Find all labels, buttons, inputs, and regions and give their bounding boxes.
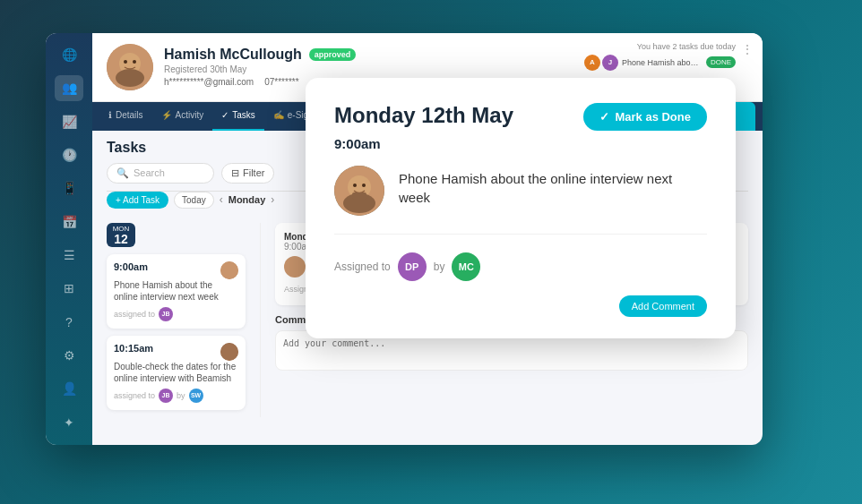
sidebar-icon-help[interactable]: ? xyxy=(55,309,83,335)
svg-point-5 xyxy=(220,261,238,279)
sidebar-icon-sparkle[interactable]: ✦ xyxy=(55,409,83,435)
search-placeholder: Search xyxy=(134,167,165,178)
day-number-box: MON 12 xyxy=(107,223,135,247)
task-1-time: 9:00am xyxy=(114,261,148,272)
sidebar-icon-globe[interactable]: 🌐 xyxy=(55,42,83,68)
calendar-title: Monday xyxy=(228,194,266,205)
tasks-icon: ✓ xyxy=(221,110,228,120)
task-1-assigned: assigned to JB xyxy=(114,307,238,321)
notification-text: You have 2 tasks due today xyxy=(584,42,736,51)
task-card-1-header: 9:00am xyxy=(114,261,238,279)
esign-icon: ✍ xyxy=(273,110,284,120)
svg-point-11 xyxy=(362,184,366,187)
add-comment-button[interactable]: Add Comment xyxy=(619,295,707,317)
sidebar-icon-users[interactable]: 👥 xyxy=(55,75,83,101)
task-2-title: Double-check the dates for the online in… xyxy=(114,361,238,384)
sidebar-icon-calendar[interactable]: 📅 xyxy=(55,209,83,235)
add-task-button[interactable]: + Add Task xyxy=(107,192,168,209)
task-card-2-header: 10:15am xyxy=(114,343,238,361)
sidebar-icon-clock[interactable]: 🕐 xyxy=(55,141,83,167)
overlay-assignee-avatar: DP xyxy=(398,252,427,281)
task-1-title: Phone Hamish about the online interview … xyxy=(114,279,238,303)
done-badge: DONE xyxy=(706,56,736,68)
sidebar-icon-settings[interactable]: ⚙ xyxy=(55,342,83,368)
task-detail-overlay: Monday 12th May ✓ Mark as Done 9:00am P xyxy=(306,78,736,338)
second-task-avatar xyxy=(284,256,306,278)
svg-point-3 xyxy=(124,60,127,64)
sidebar-icon-list[interactable]: ☰ xyxy=(55,242,83,268)
avatar-face xyxy=(107,44,153,90)
svg-point-10 xyxy=(353,184,357,187)
search-box[interactable]: 🔍 Search xyxy=(107,163,214,184)
overlay-task-text: Phone Hamish about the online interview … xyxy=(399,166,707,207)
prev-nav-button[interactable]: ‹ xyxy=(220,193,223,206)
assigned-label: Assigned to xyxy=(334,261,391,273)
overlay-avatar xyxy=(334,166,384,216)
profile-email: h**********@gmail.com xyxy=(164,77,254,87)
profile-avatar xyxy=(107,44,153,90)
details-icon: ℹ xyxy=(108,110,112,120)
next-nav-button[interactable]: › xyxy=(271,193,274,206)
overlay-task-info: Phone Hamish about the online interview … xyxy=(334,166,707,216)
filter-button[interactable]: ⊟ Filter xyxy=(221,163,274,184)
task-2-time: 10:15am xyxy=(114,343,153,354)
checkmark-icon: ✓ xyxy=(599,110,609,124)
day-header: MON 12 xyxy=(107,223,246,247)
notif-description: Phone Hamish about the online interview.… xyxy=(622,58,703,67)
sidebar-icon-person[interactable]: 👤 xyxy=(55,376,83,402)
task-2-assignee: JB xyxy=(159,389,173,403)
filter-icon: ⊟ xyxy=(231,167,239,179)
by-label: by xyxy=(434,261,445,273)
overlay-time: 9:00am xyxy=(334,136,707,151)
notif-av-2: J xyxy=(602,55,618,71)
overlay-assigned: Assigned to DP by MC xyxy=(334,249,707,281)
more-menu-icon[interactable]: ⋮ xyxy=(741,42,754,56)
notif-av-1: A xyxy=(584,55,600,71)
day-column: MON 12 9:00am Ph xyxy=(107,223,246,417)
overlay-by-avatar: MC xyxy=(452,252,480,281)
sidebar: 🌐 👥 📈 🕐 📱 📅 ☰ ⊞ ? ⚙ 👤 ✦ xyxy=(46,33,92,445)
activity-icon: ⚡ xyxy=(161,110,172,120)
approved-badge: approved xyxy=(309,48,357,61)
today-button[interactable]: Today xyxy=(174,192,214,209)
task-card-1[interactable]: 9:00am Phone Hamish about the online int… xyxy=(107,254,246,329)
svg-point-4 xyxy=(133,60,136,64)
sidebar-icon-phone[interactable]: 📱 xyxy=(55,175,83,201)
svg-point-2 xyxy=(116,69,144,87)
svg-point-6 xyxy=(220,343,238,361)
tab-details[interactable]: ℹ Details xyxy=(99,102,152,131)
mark-done-button[interactable]: ✓ Mark as Done xyxy=(583,103,707,131)
task-2-assigned: assigned to JB by SW xyxy=(114,389,238,403)
tab-activity[interactable]: ⚡ Activity xyxy=(152,102,213,131)
task-card-2[interactable]: 10:15am Double-check the dates for the o… xyxy=(107,336,246,410)
tab-tasks[interactable]: ✓ Tasks xyxy=(212,102,264,131)
overlay-divider xyxy=(334,234,707,235)
sidebar-icon-table[interactable]: ⊞ xyxy=(55,276,83,302)
task-1-assignee: JB xyxy=(159,307,173,321)
task-2-avatar xyxy=(220,343,238,361)
svg-rect-12 xyxy=(352,192,366,200)
notification-bar: A J Phone Hamish about the online interv… xyxy=(584,55,736,71)
task-2-by: SW xyxy=(189,389,203,403)
notification-area: You have 2 tasks due today A J Phone Ham… xyxy=(584,42,736,71)
notif-avatars: A J xyxy=(584,55,618,71)
sidebar-icon-chart[interactable]: 📈 xyxy=(55,108,83,134)
overlay-add-comment: Add Comment xyxy=(334,295,707,317)
search-icon: 🔍 xyxy=(116,167,129,179)
task-1-avatar xyxy=(220,261,238,279)
overlay-header: Monday 12th May ✓ Mark as Done xyxy=(334,103,707,131)
overlay-date: Monday 12th May xyxy=(334,103,513,128)
profile-phone: 07******* xyxy=(264,77,298,87)
